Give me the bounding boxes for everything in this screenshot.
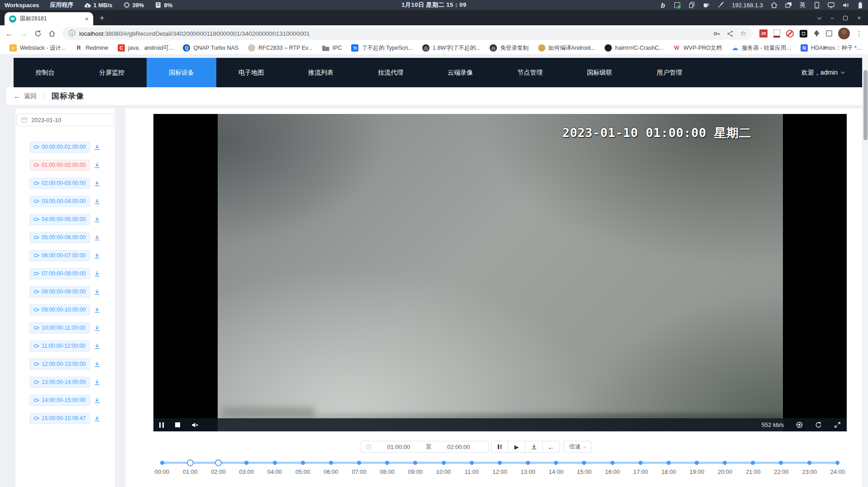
bookmark-item[interactable]: ◎ 1.8W字|了不起的... — [418, 43, 484, 53]
segment-play-button[interactable]: 02:00:00-03:00:00 — [29, 178, 90, 189]
ip-address[interactable]: 192.168.1.3 — [732, 2, 763, 9]
bookmark-item[interactable]: RFC2833 – RTP Ev... — [244, 43, 317, 53]
browser-back-button[interactable]: ← — [5, 30, 13, 38]
extension-frame-icon[interactable] — [826, 30, 832, 37]
pipette-icon[interactable] — [717, 2, 724, 9]
browser-reload-button[interactable] — [34, 30, 42, 37]
workspaces-button[interactable]: Workspaces — [5, 2, 39, 9]
new-tab-button[interactable]: + — [100, 14, 105, 22]
browser-home-button[interactable] — [48, 30, 56, 37]
nav-menu-item[interactable]: 国标设备 — [147, 58, 216, 87]
segment-download-button[interactable] — [94, 234, 100, 241]
coffee-icon[interactable] — [703, 2, 710, 9]
segment-download-button[interactable] — [94, 307, 100, 313]
profile-avatar[interactable] — [838, 28, 850, 39]
bookmark-item[interactable]: 如何编译Android... — [534, 43, 600, 53]
segment-download-button[interactable] — [94, 270, 100, 277]
date-picker-input[interactable]: 2023-01-10 — [16, 113, 114, 126]
bookmark-item[interactable]: N HDAtmos :: 种子 *... — [796, 43, 865, 53]
segment-download-button[interactable] — [94, 397, 100, 404]
playback-speed-dropdown[interactable]: 倍速 — [563, 441, 591, 453]
home-icon[interactable] — [771, 2, 777, 9]
back-button[interactable]: ← 返回 — [14, 92, 37, 100]
segment-play-button[interactable]: 04:00:00-05:00:00 — [29, 214, 90, 225]
cpu-indicator[interactable]: 39% — [123, 2, 144, 9]
phone-icon[interactable] — [813, 2, 820, 9]
segment-download-button[interactable] — [94, 325, 100, 331]
network-indicator[interactable]: 1 MB/s — [84, 2, 112, 9]
browser-forward-button[interactable]: → — [20, 30, 28, 38]
nav-menu-item[interactable]: 推流列表 — [286, 58, 356, 87]
player-stop-button[interactable] — [175, 422, 180, 427]
segment-download-button[interactable] — [94, 180, 100, 187]
segment-download-button[interactable] — [94, 144, 100, 151]
volume-icon[interactable] — [842, 2, 849, 9]
nav-menu-item[interactable]: 分屏监控 — [77, 58, 147, 87]
extension-js-icon[interactable]: JS — [759, 29, 768, 38]
bookmark-item[interactable]: W WVP-PRO文档 — [669, 43, 726, 53]
nav-menu-item[interactable]: 拉流代理 — [356, 58, 425, 87]
player-pause-button[interactable] — [159, 422, 164, 428]
segment-download-button[interactable] — [94, 198, 100, 205]
browser-menu-icon[interactable]: ⋮ — [856, 29, 863, 38]
time-range-picker[interactable]: 01:00:00 至 02:00:00 — [361, 441, 489, 453]
windows-stack-icon[interactable] — [785, 2, 792, 9]
bookmark-item[interactable]: Q QNAP Turbo NAS — [179, 43, 243, 53]
segment-download-button[interactable] — [94, 361, 100, 368]
segment-download-button[interactable] — [94, 162, 100, 169]
segment-play-button[interactable]: 10:00:00-11:00:00 — [29, 322, 90, 334]
nav-menu-item[interactable]: 云端录像 — [425, 58, 495, 87]
app-window-icon[interactable] — [674, 2, 681, 9]
bookmark-item[interactable]: 知 了不起的 TypeScri... — [347, 43, 417, 53]
bookmark-item[interactable]: ☁ 服务器 - 轻量应用... — [727, 43, 795, 53]
address-bar[interactable]: ⓘ localhost:38080/#/gbRecordDetail/34020… — [62, 27, 753, 40]
copy-icon[interactable] — [688, 2, 695, 9]
applications-button[interactable]: 应用程序 — [50, 1, 73, 9]
segment-play-button[interactable]: 15:00:00-15:09:47 — [29, 413, 90, 424]
bookmark-item[interactable]: ◎ 免登录复制 — [486, 43, 533, 53]
bookmark-item[interactable]: R Redmine — [71, 43, 112, 53]
segment-play-button[interactable]: 06:00:00-07:00:00 — [29, 250, 90, 261]
segment-play-button[interactable]: 11:00:00-12:00:00 — [29, 340, 90, 352]
window-close-button[interactable]: × — [857, 14, 861, 21]
segment-play-button[interactable]: 01:00:00-02:00:00 — [29, 160, 90, 171]
video-player[interactable]: 2023-01-10 01:00:00 星期二 552 kb/s — [153, 114, 847, 431]
b-logo-icon[interactable]: b — [659, 2, 666, 9]
timeline-start-handle[interactable] — [187, 459, 194, 466]
segment-download-button[interactable] — [94, 343, 100, 350]
display-icon[interactable] — [828, 2, 835, 9]
bookmark-item[interactable]: ≡ Webstack - 设计... — [5, 43, 70, 53]
player-mute-button[interactable] — [191, 422, 199, 428]
segment-download-button[interactable] — [94, 379, 100, 386]
site-info-icon[interactable]: ⓘ — [69, 29, 75, 38]
segment-play-button[interactable]: 09:00:00-10:00:00 — [29, 304, 90, 316]
fullscreen-button[interactable] — [834, 421, 841, 428]
range-end-time[interactable]: 02:00:00 — [434, 444, 484, 450]
share-icon[interactable] — [727, 30, 734, 37]
browser-tab[interactable]: 国标28181 × — [5, 12, 93, 25]
timeline-end-handle[interactable] — [215, 459, 222, 466]
memory-indicator[interactable]: 8% — [155, 2, 172, 9]
bookmark-item[interactable]: hairrrrr/C-CrashC... — [601, 43, 668, 53]
nav-menu-item[interactable]: 控制台 — [14, 58, 77, 87]
segment-play-button[interactable]: 05:00:00-06:00:00 — [29, 232, 90, 243]
extension-document-icon[interactable] — [773, 29, 780, 38]
bookmarks-overflow-chevron[interactable]: » — [823, 43, 827, 51]
nav-menu-item[interactable]: 电子地图 — [216, 58, 286, 87]
window-minimize-button[interactable]: – — [830, 14, 834, 21]
input-language-indicator[interactable]: 英 — [800, 1, 806, 9]
segment-play-button[interactable]: 14:00:00-15:00:00 — [29, 395, 90, 406]
window-maximize-button[interactable] — [843, 16, 848, 20]
refresh-button[interactable] — [815, 421, 822, 428]
user-menu[interactable]: 欢迎，admin — [801, 69, 862, 77]
bookmark-item[interactable]: IPC — [318, 43, 346, 53]
tab-close-icon[interactable]: × — [85, 16, 89, 22]
clock[interactable]: 1月10日 星期二 15：09 — [401, 1, 466, 9]
segment-play-button[interactable]: 07:00:00-08:00:00 — [29, 268, 90, 279]
segment-download-button[interactable] — [94, 252, 100, 259]
nav-menu-item[interactable]: 国标级联 — [565, 58, 634, 87]
segment-play-button[interactable]: 12:00:00-13:00:00 — [29, 359, 90, 370]
range-start-time[interactable]: 01:00:00 — [373, 444, 424, 450]
extension-blocker-icon[interactable] — [786, 30, 794, 38]
segment-download-button[interactable] — [94, 415, 100, 422]
